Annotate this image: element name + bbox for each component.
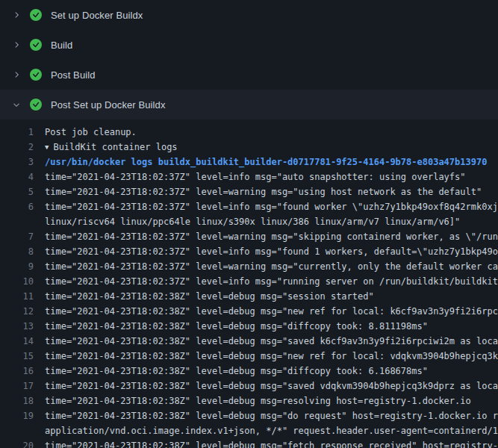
triangle-down-icon: ▼: [45, 143, 49, 151]
log-line: 14time="2021-04-23T18:02:38Z" level=debu…: [0, 334, 498, 349]
line-number[interactable]: 7: [10, 229, 34, 244]
log-text: time="2021-04-23T18:02:38Z" level=debug …: [45, 366, 428, 376]
section-title: Build: [51, 40, 72, 51]
line-number[interactable]: 19: [10, 408, 34, 423]
line-number[interactable]: 10: [10, 274, 34, 289]
log-text: time="2021-04-23T18:02:37Z" level=warnin…: [45, 231, 498, 242]
section-title: Post Build: [51, 69, 96, 81]
log-line: 17time="2021-04-23T18:02:38Z" level=debu…: [0, 379, 498, 393]
group-label: BuildKit container logs: [53, 142, 177, 152]
log-text: time="2021-04-23T18:02:38Z" level=debug …: [45, 351, 498, 361]
log-line: 11time="2021-04-23T18:02:38Z" level=debu…: [0, 289, 498, 304]
log-line: 10time="2021-04-23T18:02:37Z" level=info…: [0, 274, 498, 289]
log-text: Post job cleanup.: [45, 127, 137, 137]
log-group-toggle[interactable]: 2▼BuildKit container logs: [0, 140, 498, 155]
actions-log-viewer: Set up Docker Buildx Build Post Build: [0, 0, 498, 448]
success-check-icon: [30, 99, 42, 111]
line-number[interactable]: 3: [10, 155, 34, 169]
line-number[interactable]: 13: [10, 319, 34, 334]
log-line: 1Post job cleanup.: [0, 125, 498, 140]
log-line: 7time="2021-04-23T18:02:37Z" level=warni…: [0, 229, 498, 244]
log-line: 13time="2021-04-23T18:02:38Z" level=debu…: [0, 319, 498, 334]
line-number[interactable]: 6: [10, 199, 34, 214]
log-line: 9time="2021-04-23T18:02:37Z" level=warni…: [0, 259, 498, 274]
success-check-icon: [30, 39, 42, 51]
line-number[interactable]: 14: [10, 334, 34, 349]
log-text: time="2021-04-23T18:02:38Z" level=debug …: [45, 336, 498, 346]
log-line: 20time="2021-04-23T18:02:38Z" level=debu…: [0, 438, 498, 448]
log-text: time="2021-04-23T18:02:37Z" level=warnin…: [45, 261, 498, 272]
log-line: 15time="2021-04-23T18:02:38Z" level=debu…: [0, 349, 498, 364]
success-check-icon: [30, 9, 42, 21]
log-text: time="2021-04-23T18:02:37Z" level=warnin…: [45, 187, 482, 197]
log-text: time="2021-04-23T18:02:37Z" level=info m…: [45, 202, 498, 212]
line-number[interactable]: 18: [10, 393, 34, 408]
log-line: 5time="2021-04-23T18:02:37Z" level=warni…: [0, 184, 498, 199]
log-text: time="2021-04-23T18:02:38Z" level=debug …: [45, 321, 428, 332]
log-text: time="2021-04-23T18:02:37Z" level=info m…: [45, 276, 498, 287]
chevron-right-icon[interactable]: [10, 40, 22, 49]
log-text: linux/riscv64 linux/ppc64le linux/s390x …: [45, 217, 460, 227]
line-number[interactable]: 1: [10, 125, 34, 140]
log-line: linux/riscv64 linux/ppc64le linux/s390x …: [0, 214, 498, 229]
log-text: application/vnd.oci.image.index.v1+json,…: [45, 426, 498, 436]
log-line: 19time="2021-04-23T18:02:38Z" level=debu…: [0, 408, 498, 423]
line-number[interactable]: 12: [10, 304, 34, 319]
log-text: time="2021-04-23T18:02:37Z" level=info m…: [45, 246, 498, 257]
line-number[interactable]: 16: [10, 364, 34, 379]
log-area: 1Post job cleanup. 2▼BuildKit container …: [0, 119, 498, 448]
section-header[interactable]: Post Set up Docker Buildx: [0, 90, 498, 119]
log-text: ▼BuildKit container logs: [45, 142, 178, 152]
log-line: application/vnd.oci.image.index.v1+json,…: [0, 423, 498, 438]
log-line: 8time="2021-04-23T18:02:37Z" level=info …: [0, 244, 498, 259]
line-number[interactable]: 5: [10, 184, 34, 199]
log-text: time="2021-04-23T18:02:38Z" level=debug …: [45, 441, 498, 448]
log-text: /usr/bin/docker logs buildx_buildkit_bui…: [45, 157, 487, 167]
log-text: time="2021-04-23T18:02:38Z" level=debug …: [45, 411, 498, 421]
line-number[interactable]: 15: [10, 349, 34, 364]
success-check-icon: [30, 69, 42, 81]
section-header[interactable]: Post Build: [0, 60, 498, 90]
line-number[interactable]: 4: [10, 169, 34, 184]
log-text: time="2021-04-23T18:02:37Z" level=info m…: [45, 172, 466, 182]
chevron-down-icon[interactable]: [10, 100, 22, 109]
section-title: Post Set up Docker Buildx: [51, 99, 166, 111]
chevron-right-icon[interactable]: [10, 70, 22, 79]
log-line: 4time="2021-04-23T18:02:37Z" level=info …: [0, 169, 498, 184]
line-number[interactable]: 20: [10, 438, 34, 448]
log-line: 18time="2021-04-23T18:02:38Z" level=debu…: [0, 393, 498, 408]
line-number[interactable]: 2: [10, 140, 34, 155]
section-header[interactable]: Set up Docker Buildx: [0, 0, 498, 30]
log-line: 16time="2021-04-23T18:02:38Z" level=debu…: [0, 364, 498, 379]
log-text: time="2021-04-23T18:02:38Z" level=debug …: [45, 381, 498, 391]
section-header[interactable]: Build: [0, 30, 498, 60]
log-line: 6time="2021-04-23T18:02:37Z" level=info …: [0, 199, 498, 214]
log-text: time="2021-04-23T18:02:38Z" level=debug …: [45, 291, 374, 302]
log-text: time="2021-04-23T18:02:38Z" level=debug …: [45, 306, 498, 317]
line-number[interactable]: 9: [10, 259, 34, 274]
line-number[interactable]: 17: [10, 379, 34, 393]
chevron-right-icon[interactable]: [10, 10, 22, 19]
log-line: 12time="2021-04-23T18:02:38Z" level=debu…: [0, 304, 498, 319]
log-text: time="2021-04-23T18:02:38Z" level=debug …: [45, 396, 471, 406]
section-title: Set up Docker Buildx: [51, 10, 143, 21]
section-list: Set up Docker Buildx Build Post Build: [0, 0, 498, 119]
line-number[interactable]: 8: [10, 244, 34, 259]
line-number[interactable]: 11: [10, 289, 34, 304]
log-line: 3/usr/bin/docker logs buildx_buildkit_bu…: [0, 155, 498, 169]
